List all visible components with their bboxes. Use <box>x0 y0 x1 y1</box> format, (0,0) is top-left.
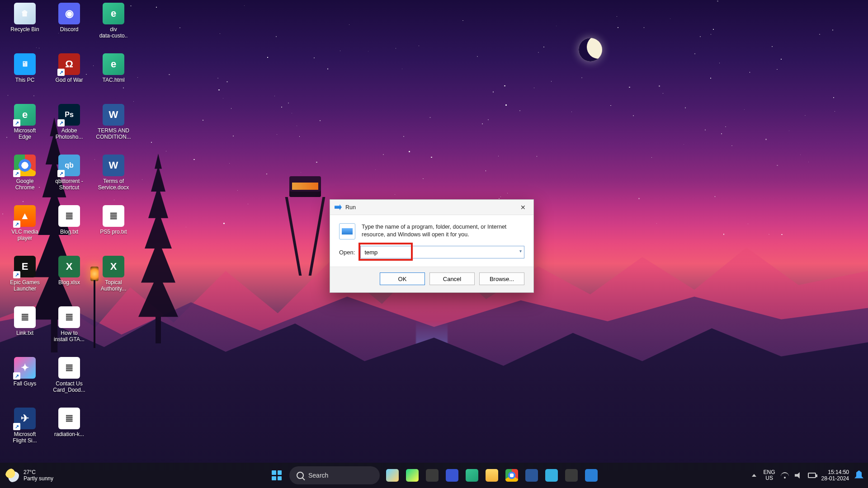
desktop-icon-glyph: ≣ <box>58 205 80 227</box>
taskbar-search[interactable]: Search <box>289 466 380 484</box>
taskbar-app-settings[interactable] <box>562 466 580 484</box>
taskbar: 27°C Partly sunny Search ENG US 15:14:50… <box>0 463 868 488</box>
desktop-icon-label: PS5 pro.txt <box>98 229 128 235</box>
desktop-icon-glyph: ≣ <box>58 357 80 379</box>
desktop-icon-label: This PC <box>14 77 37 83</box>
battery-icon[interactable] <box>808 471 816 479</box>
chrome-icon <box>505 469 518 482</box>
desktop-icon[interactable]: 🖥This PC <box>3 51 47 101</box>
language-switcher[interactable]: ENG US <box>764 469 775 481</box>
desktop-icon[interactable]: ≣How to install GTA... <box>47 304 91 354</box>
desktop-icon-glyph: e <box>103 3 124 24</box>
desktop-icon-glyph <box>14 155 36 176</box>
desktop-icon-label: radiation-k... <box>52 431 86 437</box>
desktop-icon[interactable]: EEpic Games Launcher <box>3 253 47 304</box>
desktop-icon-glyph: W <box>103 155 124 176</box>
desktop-icon-label: Google Chrome <box>14 178 37 191</box>
open-input[interactable] <box>360 246 524 258</box>
pycharm-icon <box>406 469 419 482</box>
ok-button[interactable]: OK <box>380 272 425 285</box>
desktop-icon[interactable]: 🗑Recycle Bin <box>3 0 47 51</box>
desktop-icon-grid: 🗑Recycle Bin🖥This PCeMicrosoft EdgeGoogl… <box>3 0 147 443</box>
run-dialog: Run ✕ Type the name of a program, folder… <box>330 199 534 293</box>
weather-temp: 27°C <box>24 469 53 475</box>
search-placeholder: Search <box>308 472 328 479</box>
desktop-icon-glyph: Ps <box>58 104 80 126</box>
desktop-icon-label: TAC.html <box>100 77 126 83</box>
desktop-icon-label: TERMS AND CONDITION... <box>94 127 132 140</box>
desktop-icon-glyph: ✦ <box>14 357 36 379</box>
desktop-icon-glyph: 🖥 <box>14 53 36 75</box>
desktop-icon-label: Discord <box>58 26 80 33</box>
wifi-icon[interactable] <box>781 471 789 479</box>
desktop-icon[interactable]: eTAC.html <box>91 51 136 101</box>
cancel-button[interactable]: Cancel <box>429 272 475 285</box>
open-label: Open: <box>339 249 355 256</box>
taskbar-app-pycharm[interactable] <box>403 466 421 484</box>
tray-overflow[interactable] <box>750 471 758 479</box>
settings-icon <box>565 469 578 482</box>
desktop-icon-label: Blog.xlsx <box>57 279 82 286</box>
desktop-icon[interactable]: ≣Link.txt <box>3 304 47 354</box>
desktop-icon-glyph: ≣ <box>58 306 80 328</box>
desktop-icon[interactable]: eMicrosoft Edge <box>3 101 47 152</box>
desktop-icon-glyph: ✈ <box>14 408 36 429</box>
taskbar-app-widgets[interactable] <box>383 466 401 484</box>
taskbar-app-file-explorer[interactable] <box>483 466 501 484</box>
desktop-icon[interactable]: qbqbittorrent - Shortcut <box>47 152 91 202</box>
desktop-icon-label: Recycle Bin <box>9 26 41 33</box>
taskbar-weather[interactable]: 27°C Partly sunny <box>5 469 53 482</box>
desktop-icon-glyph: ▲ <box>14 205 36 227</box>
desktop-icon[interactable]: PsAdobe Photosho... <box>47 101 91 152</box>
desktop-icon-glyph: e <box>103 53 124 75</box>
desktop-icon-label: qbittorrent - Shortcut <box>53 178 85 191</box>
desktop-icon[interactable]: WTerms of Service.docx <box>91 152 136 202</box>
desktop-icon-label: Epic Games Launcher <box>8 279 41 292</box>
taskbar-app-run-app[interactable] <box>582 466 600 484</box>
desktop-icon-glyph: e <box>14 104 36 126</box>
desktop-icon[interactable]: WTERMS AND CONDITION... <box>91 101 136 152</box>
desktop-icon-glyph: X <box>58 256 80 277</box>
edge-icon <box>466 469 478 482</box>
desktop-icon[interactable]: ◉Discord <box>47 0 91 51</box>
desktop-icon[interactable]: ΩGod of War <box>47 51 91 101</box>
desktop-icon-label: Link.txt <box>14 330 35 336</box>
desktop-icon-glyph: 🗑 <box>14 3 36 24</box>
desktop-icon[interactable]: Google Chrome <box>3 152 47 202</box>
desktop-icon[interactable]: XTopical Authority... <box>91 253 136 304</box>
desktop-icon-glyph: E <box>14 256 36 277</box>
desktop-icon-glyph: X <box>103 256 124 277</box>
speaker-icon[interactable] <box>794 471 802 479</box>
desktop-icon[interactable]: ▲VLC media player <box>3 202 47 253</box>
desktop-icon[interactable]: ✦Fall Guys <box>3 354 47 405</box>
desktop-icon-label: div data-custo.. <box>98 26 130 39</box>
desktop-icon[interactable]: ≣Contact Us Card_Dood... <box>47 354 91 405</box>
desktop-icon[interactable]: ✈Microsoft Flight Si... <box>3 405 47 455</box>
run-titlebar[interactable]: Run ✕ <box>330 200 533 215</box>
start-button[interactable] <box>268 466 286 484</box>
taskbar-clock[interactable]: 15:14:50 28-01-2024 <box>821 469 849 482</box>
desktop-icon[interactable]: XBlog.xlsx <box>47 253 91 304</box>
word-icon <box>525 469 538 482</box>
notifications-icon[interactable] <box>854 470 863 480</box>
taskbar-app-word[interactable] <box>523 466 541 484</box>
desktop-icon[interactable]: ≣Blog.txt <box>47 202 91 253</box>
taskbar-app-vscode-like[interactable] <box>443 466 461 484</box>
taskbar-app-edge[interactable] <box>463 466 481 484</box>
desktop-icon-label: How to install GTA... <box>52 330 86 343</box>
desktop-icon-label: Microsoft Edge <box>12 127 38 140</box>
desktop-icon[interactable]: ≣radiation-k... <box>47 405 91 455</box>
taskbar-app-notepad[interactable] <box>542 466 561 484</box>
vscode-like-icon <box>446 469 458 482</box>
taskbar-app-task-view[interactable] <box>423 466 441 484</box>
desktop-icon[interactable]: ediv data-custo.. <box>91 0 136 51</box>
desktop-icon[interactable]: ≣PS5 pro.txt <box>91 202 136 253</box>
browse-button[interactable]: Browse... <box>479 272 524 285</box>
run-icon <box>335 204 342 211</box>
taskbar-app-chrome[interactable] <box>503 466 521 484</box>
close-button[interactable]: ✕ <box>513 200 533 215</box>
run-app-icon <box>585 469 598 482</box>
weather-icon <box>5 469 19 482</box>
widgets-icon <box>386 469 399 482</box>
run-large-icon <box>339 223 355 239</box>
